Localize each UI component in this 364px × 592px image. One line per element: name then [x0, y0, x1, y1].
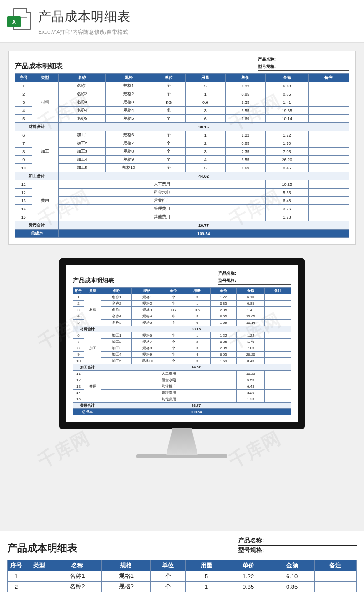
cell-seq: 10: [73, 358, 84, 364]
total-label: 总成本: [15, 230, 59, 238]
cell-spec: 规格6: [132, 332, 162, 339]
cell-type: 费用: [84, 371, 101, 403]
cell-name: 加工5: [59, 164, 106, 172]
table-row: 13营业推广6.48: [73, 383, 291, 390]
cell-unit: 个: [162, 339, 184, 345]
cell-amount: 1.23: [237, 396, 265, 403]
cell-expense-label: 人工费用: [101, 371, 237, 377]
subtotal-label: 材料合计: [73, 326, 101, 332]
cell-name: 名称5: [59, 115, 106, 123]
cell-name: 加工5: [101, 358, 132, 364]
cell-seq: 6: [15, 131, 32, 139]
cell-price: 6.55: [210, 313, 236, 320]
cell-amount: 7.05: [265, 148, 308, 156]
cell-note: [314, 582, 356, 592]
cell-price: 1.22: [225, 82, 265, 90]
cell-unit: 个: [152, 131, 185, 139]
cell-qty: 3: [185, 148, 225, 156]
subtotal-value: 38.15: [59, 123, 349, 131]
cell-spec: 规格6: [105, 131, 152, 139]
preview-area: 产品成本明细表产品名称:型号规格:序号类型名称规格单位用量单价金额备注1材料名称…: [0, 43, 364, 466]
cell-unit: 米: [152, 107, 185, 115]
cost-table: 序号类型名称规格单位用量单价金额备注1材料名称1规格1个51.226.102名称…: [15, 73, 349, 238]
cell-seq: 7: [73, 339, 84, 345]
cell-qty: 1: [185, 90, 225, 98]
cell-price: 2.35: [210, 345, 236, 352]
cell-name: 名称4: [59, 107, 106, 115]
cell-price: 0.85: [225, 90, 265, 98]
monitor-preview: 产品成本明细表产品名称:型号规格:序号类型名称规格单位用量单价金额备注1材料名称…: [8, 258, 356, 458]
cell-qty: 5: [186, 571, 228, 582]
subtotal-row: 材料合计38.15: [15, 123, 349, 131]
col-header: 金额: [237, 288, 265, 294]
cell-unit: 个: [162, 332, 184, 339]
subtotal-value: 26.77: [59, 221, 349, 230]
table-row: 11费用人工费用10.25: [73, 371, 291, 377]
cell-seq: 7: [15, 139, 32, 148]
table-header-row: 序号类型名称规格单位用量单价金额备注: [15, 74, 349, 82]
cell-expense-label: 营业推广: [101, 383, 237, 390]
table-row: 1材料名称1规格1个51.226.10: [15, 82, 349, 90]
col-header: 类型: [32, 74, 59, 82]
table-header-row: 序号类型名称规格单位用量单价金额备注: [8, 560, 357, 571]
cell-spec: 规格2: [132, 301, 162, 307]
cell-qty: 1: [185, 131, 225, 139]
cell-seq: 2: [15, 90, 32, 98]
page-subtitle: Excel/A4打印/内容随意修改/自带格式: [38, 28, 355, 36]
cell-seq: 1: [8, 571, 25, 582]
cell-seq: 14: [15, 205, 32, 213]
table-row: 10加工5规格10个51.698.45: [15, 164, 349, 172]
table-row: 13营业推广6.48: [15, 197, 349, 205]
col-header: 金额: [269, 560, 315, 571]
page-title: 产品成本明细表: [38, 8, 355, 26]
cost-table: 序号类型名称规格单位用量单价金额备注1名称1规格1个51.226.102名称2规…: [7, 560, 357, 592]
cell-seq: 5: [15, 115, 32, 123]
subtotal-value: 44.62: [59, 172, 349, 180]
subtotal-label: 费用合计: [73, 403, 101, 409]
cell-amount: 1.23: [265, 213, 308, 221]
cell-qty: 3: [184, 313, 210, 320]
cell-spec: 规格5: [132, 320, 162, 326]
subtotal-value: 38.15: [101, 326, 291, 332]
meta-product-label: 产品名称:: [258, 56, 285, 62]
cell-qty: 4: [184, 352, 210, 358]
subtotal-label: 费用合计: [15, 221, 59, 230]
cell-qty: 5: [185, 82, 225, 90]
cell-note: [265, 307, 291, 313]
cell-note: [308, 115, 349, 123]
cell-type: 加工: [32, 131, 59, 172]
cell-unit: KG: [152, 98, 185, 107]
cell-note: [308, 180, 349, 189]
cell-price: 1.22: [210, 332, 236, 339]
col-header: 用量: [185, 74, 225, 82]
meta-product-label: 产品名称:: [238, 536, 275, 545]
cell-seq: 8: [73, 345, 84, 352]
col-header: 单位: [162, 288, 184, 294]
cell-amount: 19.65: [265, 107, 308, 115]
cell-expense-label: 营业推广: [59, 197, 265, 205]
cell-spec: 规格1: [102, 571, 151, 582]
col-header: 单价: [228, 560, 269, 571]
col-header: 用量: [186, 560, 228, 571]
cell-name: 加工4: [59, 156, 106, 164]
cell-price: 1.22: [210, 294, 236, 301]
page-header: X 产品成本明细表 Excel/A4打印/内容随意修改/自带格式: [0, 0, 364, 43]
table-row: 6加工加工1规格6个11.221.22: [15, 131, 349, 139]
col-header: 单价: [210, 288, 236, 294]
excel-badge: X: [7, 16, 21, 27]
cell-note: [265, 332, 291, 339]
cell-price: 0.85: [210, 339, 236, 345]
cell-name: 名称3: [59, 98, 106, 107]
cell-seq: 12: [15, 189, 32, 197]
cell-amount: 5.55: [237, 377, 265, 383]
subtotal-row: 材料合计38.15: [73, 326, 291, 332]
table-row: 9加工4规格9个46.5526.20: [73, 352, 291, 358]
table-row: 4名称4规格4米36.5519.65: [73, 313, 291, 320]
subtotal-value: 44.62: [101, 364, 291, 371]
cell-unit: KG: [162, 307, 184, 313]
cell-amount: 1.41: [237, 307, 265, 313]
cell-note: [308, 164, 349, 172]
cell-amount: 6.10: [265, 82, 308, 90]
cell-unit: 个: [152, 156, 185, 164]
table-row: 3名称3规格3KG0.62.351.41: [73, 307, 291, 313]
